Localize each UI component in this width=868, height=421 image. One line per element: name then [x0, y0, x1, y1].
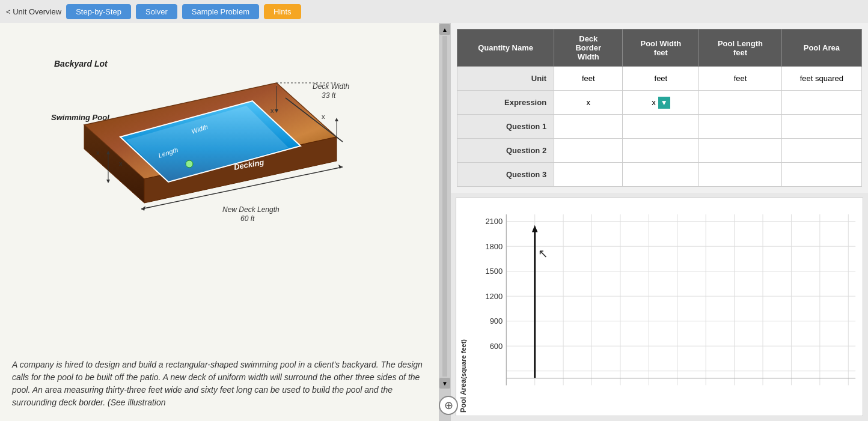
expression-pool-width-cell[interactable]: x ▼ — [623, 91, 699, 115]
unit-row: Unit feet feet feet feet squared — [457, 67, 862, 91]
q2-pool-area-cell[interactable] — [781, 139, 861, 163]
svg-text:1500: 1500 — [485, 267, 503, 276]
scroll-down-button[interactable]: ▼ — [439, 378, 450, 389]
y-axis-label: Pool Area (square feet) — [456, 198, 471, 416]
question3-label: Question 3 — [457, 163, 554, 187]
zoom-button[interactable]: ⊕ — [439, 396, 458, 415]
svg-text:600: 600 — [490, 342, 503, 351]
graph-area: Pool Area (square feet) — [456, 198, 863, 416]
expression-pool-length-cell[interactable] — [699, 91, 781, 115]
svg-text:x: x — [270, 107, 274, 114]
unit-overview-link[interactable]: < Unit Overview — [6, 7, 61, 16]
svg-marker-56 — [532, 225, 537, 232]
unit-deck-cell: feet — [554, 67, 623, 91]
svg-marker-20 — [141, 206, 145, 211]
left-panel: Backyard Lot Swimming Pool — [0, 23, 439, 421]
step-by-step-button[interactable]: Step-by-Step — [66, 4, 131, 19]
expression-dropdown[interactable]: ▼ — [658, 97, 670, 109]
pool-width-header: Pool Widthfeet — [623, 29, 699, 67]
top-navigation: < Unit Overview Step-by-Step Solver Samp… — [0, 0, 868, 23]
table-header-row: Quantity Name DeckBorderWidth Pool Width… — [457, 29, 862, 67]
unit-row-label: Unit — [457, 67, 554, 91]
q3-deck-cell[interactable] — [554, 163, 623, 187]
svg-text:33  ft: 33 ft — [322, 91, 336, 100]
description-text: A company is hired to design and build a… — [12, 359, 427, 409]
cursor: ↖ — [538, 246, 548, 261]
expression-pool-area-cell[interactable] — [781, 91, 861, 115]
question1-label: Question 1 — [457, 115, 554, 139]
q2-deck-cell[interactable] — [554, 139, 623, 163]
unit-pool-area-cell: feet squared — [781, 67, 861, 91]
pool-diagram-svg: Decking Width Length Deck Width 33 ft x — [48, 53, 361, 263]
data-table: Quantity Name DeckBorderWidth Pool Width… — [457, 29, 862, 187]
unit-pool-length-cell: feet — [699, 67, 781, 91]
svg-marker-26 — [106, 180, 110, 183]
unit-pool-width-cell: feet — [623, 67, 699, 91]
svg-marker-18 — [335, 118, 338, 121]
q2-pool-width-cell[interactable] — [623, 139, 699, 163]
question3-row: Question 3 — [457, 163, 862, 187]
svg-text:New Deck Length: New Deck Length — [222, 205, 280, 214]
quantity-name-header: Quantity Name — [457, 29, 554, 67]
svg-text:1200: 1200 — [485, 292, 503, 301]
svg-text:Deck Width: Deck Width — [313, 82, 350, 91]
svg-text:2100: 2100 — [485, 217, 503, 226]
svg-text:900: 900 — [490, 317, 503, 326]
scroll-up-button[interactable]: ▲ — [439, 24, 450, 35]
deck-border-width-header: DeckBorderWidth — [554, 29, 623, 67]
q1-pool-width-cell[interactable] — [623, 115, 699, 139]
svg-text:x: x — [96, 149, 100, 156]
illustration-area: Backyard Lot Swimming Pool — [36, 41, 385, 293]
solver-button[interactable]: Solver — [136, 4, 177, 19]
q1-pool-length-cell[interactable] — [699, 115, 781, 139]
q3-pool-area-cell[interactable] — [781, 163, 861, 187]
svg-text:x: x — [119, 160, 123, 167]
table-area: Quantity Name DeckBorderWidth Pool Width… — [451, 23, 868, 193]
svg-text:x: x — [322, 113, 325, 120]
q1-pool-area-cell[interactable] — [781, 115, 861, 139]
svg-text:60  ft: 60 ft — [240, 214, 255, 223]
pool-length-header: Pool Lengthfeet — [699, 29, 781, 67]
svg-text:1800: 1800 — [485, 242, 503, 251]
main-content: Backyard Lot Swimming Pool — [0, 23, 868, 421]
hints-button[interactable]: Hints — [264, 4, 301, 19]
right-panel: Quantity Name DeckBorderWidth Pool Width… — [451, 23, 868, 421]
graph-svg: 2100 1800 1500 1200 900 600 — [471, 198, 863, 416]
q1-deck-cell[interactable] — [554, 115, 623, 139]
q2-pool-length-cell[interactable] — [699, 139, 781, 163]
graph-inner: 2100 1800 1500 1200 900 600 — [471, 198, 863, 416]
pool-area-header: Pool Area — [781, 29, 861, 67]
svg-point-7 — [186, 160, 193, 168]
question2-label: Question 2 — [457, 139, 554, 163]
expression-row-label: Expression — [457, 91, 554, 115]
graph-container: Pool Area (square feet) — [456, 198, 863, 416]
question2-row: Question 2 — [457, 139, 862, 163]
q3-pool-width-cell[interactable] — [623, 163, 699, 187]
expression-deck-cell[interactable]: x — [554, 91, 623, 115]
expression-row: Expression x x ▼ — [457, 91, 862, 115]
sample-problem-button[interactable]: Sample Problem — [182, 4, 259, 19]
question1-row: Question 1 — [457, 115, 862, 139]
vertical-divider: ▲ ▼ ⊕ — [439, 23, 451, 421]
q3-pool-length-cell[interactable] — [699, 163, 781, 187]
